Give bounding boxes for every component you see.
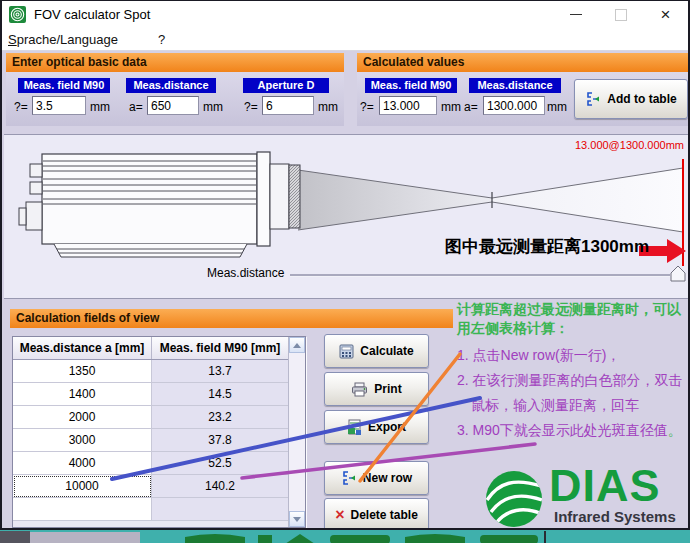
add-to-table-button[interactable]: Add to table	[574, 79, 688, 119]
new-row-label: New row	[363, 471, 412, 485]
cell-meas-field: 14.5	[152, 383, 288, 406]
table-scrollbar[interactable]	[288, 337, 305, 527]
distance-prefix: a=	[129, 100, 143, 114]
calculate-button[interactable]: Calculate	[324, 334, 429, 368]
distance-slider-handle[interactable]	[670, 265, 686, 282]
logo-brand-text: DIAS	[549, 460, 661, 512]
field-label-distance: Meas.distance	[126, 78, 216, 93]
note-step: 鼠标，输入测量距离，回车	[457, 397, 690, 414]
title-bar: FOV calculator Spot ×	[2, 1, 688, 28]
note-step: 2. 在该行测量距离的白色部分，双击	[457, 372, 690, 389]
arrow-down-icon	[293, 517, 301, 522]
delete-table-label: Delete table	[350, 508, 417, 522]
distance-slider-track[interactable]	[290, 274, 670, 277]
table-row[interactable]: 140014.5	[13, 383, 305, 406]
background-window-strip	[0, 530, 690, 543]
close-icon: ×	[661, 6, 671, 23]
table-row[interactable]: 135013.7	[13, 360, 305, 383]
scroll-up-button[interactable]	[289, 337, 305, 353]
menu-item-language[interactable]: Sprache/Language	[2, 30, 124, 49]
basic-data-header: Enter optical basic data	[6, 53, 344, 72]
minimize-button[interactable]	[553, 1, 598, 28]
scroll-down-button[interactable]	[289, 511, 305, 527]
column-header-distance[interactable]: Meas.distance a [mm]	[13, 337, 152, 359]
calc-label-m90: Meas. field M90	[365, 78, 457, 93]
minimize-icon	[570, 14, 582, 15]
print-label: Print	[374, 382, 401, 396]
aperture-prefix: ?=	[244, 100, 258, 114]
export-button[interactable]: Export	[324, 410, 429, 444]
note-step: 1. 点击New row(新一行)，	[457, 347, 690, 364]
menu-item-help[interactable]: ?	[152, 30, 171, 49]
cell-meas-field: 13.7	[152, 360, 288, 383]
calculate-label: Calculate	[360, 344, 413, 358]
window-title: FOV calculator Spot	[34, 7, 150, 22]
calc-distance-unit: mm	[547, 100, 567, 114]
cell-meas-distance[interactable]: 1400	[13, 383, 152, 406]
calc-m90-unit: mm	[441, 100, 461, 114]
app-window: FOV calculator Spot × Sprache/Language ?…	[0, 0, 690, 530]
export-label: Export	[368, 420, 406, 434]
table-row[interactable]: 200023.2	[13, 406, 305, 429]
calc-distance-value	[483, 96, 545, 115]
app-logo-icon	[9, 6, 26, 23]
content-area: Enter optical basic data Meas. field M90…	[2, 51, 688, 529]
menu-bar: Sprache/Language ?	[2, 28, 688, 51]
max-distance-annotation: 图中最远测量距离1300mm	[445, 235, 645, 258]
distance-input[interactable]	[147, 96, 199, 115]
field-label-aperture: Aperture D	[243, 78, 329, 93]
maximize-icon	[615, 9, 627, 21]
cell-meas-field	[152, 498, 288, 521]
maximize-button	[598, 1, 643, 28]
note-heading-line2: 用左侧表格计算：	[457, 320, 690, 337]
fov-table-body: 135013.7140014.5200023.2300037.8400052.5…	[13, 360, 305, 521]
cell-meas-distance[interactable]: 3000	[13, 429, 152, 452]
cell-meas-field: 37.8	[152, 429, 288, 452]
table-row[interactable]: 10000140.2	[13, 475, 305, 498]
cell-meas-field: 52.5	[152, 452, 288, 475]
cell-meas-distance[interactable]: 4000	[13, 452, 152, 475]
note-heading-line1: 计算距离超过最远测量距离时，可以	[457, 301, 690, 318]
new-row-button[interactable]: New row	[324, 461, 429, 495]
m90-prefix: ?=	[14, 100, 28, 114]
aperture-input[interactable]	[262, 96, 314, 115]
notes-steps: 1. 点击New row(新一行)，2. 在该行测量距离的白色部分，双击鼠标，输…	[457, 347, 690, 439]
tutorial-notes: 计算距离超过最远测量距离时，可以 用左侧表格计算： 1. 点击New row(新…	[457, 301, 690, 447]
cell-meas-distance[interactable]	[13, 498, 152, 521]
fov-table[interactable]: Meas.distance a [mm] Meas. field M90 [mm…	[12, 336, 306, 528]
calc-label-distance: Meas.distance	[469, 78, 561, 93]
table-row[interactable]	[13, 498, 305, 521]
cell-meas-distance[interactable]: 2000	[13, 406, 152, 429]
calculated-header: Calculated values	[357, 53, 688, 72]
dias-logo: DIAS Infrared Systems	[485, 468, 690, 528]
distance-unit: mm	[203, 100, 223, 114]
spot-size-label: 13.000@1300.000mm	[575, 139, 684, 151]
calc-m90-prefix: ?=	[360, 100, 374, 114]
logo-tagline-text: Infrared Systems	[554, 508, 676, 525]
table-row[interactable]: 300037.8	[13, 429, 305, 452]
note-step: 3. M90下就会显示此处光斑直径值。	[457, 422, 690, 439]
fov-table-header: Meas.distance a [mm] Meas. field M90 [mm…	[13, 337, 305, 360]
calc-m90-value	[379, 96, 437, 115]
dias-logo-icon	[485, 470, 543, 528]
delete-x-icon: ×	[335, 507, 344, 523]
close-button[interactable]: ×	[643, 1, 688, 28]
print-button[interactable]: Print	[324, 372, 429, 406]
cell-meas-field: 23.2	[152, 406, 288, 429]
new-row-icon	[341, 470, 357, 486]
table-row[interactable]: 400052.5	[13, 452, 305, 475]
printer-icon	[351, 382, 368, 397]
cell-meas-distance[interactable]: 10000	[13, 475, 152, 498]
meas-distance-label: Meas.distance	[207, 266, 284, 280]
calculated-panel: Calculated values Meas. field M90 ?= mm …	[357, 53, 688, 126]
m90-input[interactable]	[32, 96, 86, 115]
calc-distance-prefix: a=	[464, 100, 478, 114]
add-row-icon	[585, 91, 601, 107]
delete-table-button[interactable]: × Delete table	[324, 498, 429, 530]
field-label-m90: Meas. field M90	[18, 78, 110, 93]
aperture-unit: mm	[318, 100, 338, 114]
m90-unit: mm	[90, 100, 110, 114]
spreadsheet-icon	[347, 419, 362, 435]
cell-meas-distance[interactable]: 1350	[13, 360, 152, 383]
column-header-field[interactable]: Meas. field M90 [mm]	[152, 337, 288, 359]
